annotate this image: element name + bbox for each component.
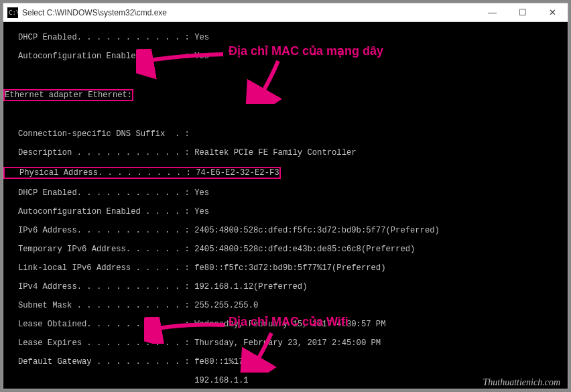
- highlight-eth-mac: Physical Address. . . . . . . . . : 74-E…: [3, 167, 281, 179]
- line-eth-mask: Subnet Mask . . . . . . . . . . . : 255.…: [3, 301, 562, 310]
- cmd-icon: C:\: [7, 7, 18, 18]
- line-eth-autoconf: Autoconfiguration Enabled . . . . : Yes: [3, 207, 562, 216]
- line-eth-ipv4: IPv4 Address. . . . . . . . . . . : 192.…: [3, 282, 562, 291]
- line-dhcp-enabled: DHCP Enabled. . . . . . . . . . . : Yes: [3, 33, 562, 42]
- close-button[interactable]: ✕: [537, 3, 568, 22]
- line-eth-desc: Description . . . . . . . . . . . : Real…: [3, 148, 562, 157]
- highlight-ethernet-header: Ethernet adapter Ethernet:: [3, 89, 133, 101]
- terminal-content[interactable]: DHCP Enabled. . . . . . . . . . . : Yes …: [3, 22, 568, 389]
- titlebar: C:\ Select C:\WINDOWS\system32\cmd.exe —…: [3, 3, 568, 22]
- line-eth-gw2: 192.168.1.1: [3, 376, 562, 385]
- line-eth-tmpipv6: Temporary IPv6 Address. . . . . . : 2405…: [3, 245, 562, 254]
- annotation-wifi-mac-label: Địa chỉ MAC của Wifi: [229, 317, 348, 326]
- minimize-button[interactable]: —: [477, 3, 507, 22]
- maximize-button[interactable]: ☐: [507, 3, 537, 22]
- svg-text:C:\: C:\: [9, 9, 18, 16]
- arrow-to-eth-header: [136, 49, 230, 82]
- line-eth-llipv6: Link-local IPv6 Address . . . . . : fe80…: [3, 263, 562, 273]
- watermark: Thuthuattienich.com: [483, 377, 561, 388]
- arrow-to-wifi-header: [144, 317, 231, 344]
- line-eth-conn-suffix: Connection-specific DNS Suffix . :: [3, 129, 562, 139]
- line-eth-dhcp: DHCP Enabled. . . . . . . . . . . : Yes: [3, 188, 562, 198]
- annotation-eth-mac-label: Địa chỉ MAC của mạng dây: [229, 46, 383, 56]
- cmd-window: C:\ Select C:\WINDOWS\system32\cmd.exe —…: [3, 3, 568, 389]
- line-eth-ipv6: IPv6 Address. . . . . . . . . . . : 2405…: [3, 226, 562, 235]
- arrow-to-eth-mac: [231, 57, 312, 104]
- window-title: Select C:\WINDOWS\system32\cmd.exe: [22, 8, 477, 17]
- window-controls: — ☐ ✕: [477, 3, 568, 22]
- arrow-to-wifi-mac: [231, 329, 305, 373]
